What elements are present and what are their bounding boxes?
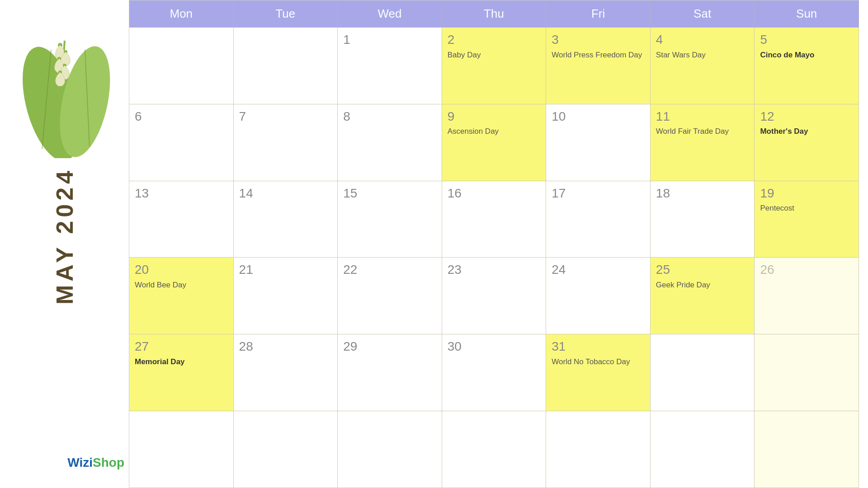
day-header-mon: Mon — [129, 0, 234, 28]
calendar-cell: 26 — [755, 258, 859, 334]
cell-number: 17 — [552, 186, 645, 201]
calendar-cell — [129, 28, 234, 104]
calendar-cell: 30 — [442, 334, 547, 411]
logo-shop: Shop — [93, 455, 124, 469]
cell-number: 25 — [656, 262, 749, 277]
calendar-area: MonTueWedThuFriSatSun12Baby Day3World Pr… — [129, 0, 868, 488]
calendar-cell — [755, 334, 859, 411]
cell-event: World No Tobacco Day — [552, 357, 645, 367]
calendar-cell — [234, 411, 338, 488]
calendar-cell: 29 — [338, 334, 442, 411]
cell-number: 23 — [448, 262, 541, 277]
calendar-cell: 28 — [234, 334, 338, 411]
calendar-cell: 12Mother's Day — [755, 104, 859, 181]
cell-number: 11 — [656, 109, 749, 124]
calendar-cell: 3World Press Freedom Day — [546, 28, 651, 104]
cell-number: 27 — [135, 339, 228, 354]
cell-number: 12 — [760, 109, 853, 124]
calendar-cell: 23 — [442, 258, 547, 334]
cell-number: 6 — [135, 109, 228, 124]
day-header-sun: Sun — [755, 0, 859, 28]
cell-number: 21 — [239, 262, 332, 277]
calendar-cell: 13 — [129, 181, 234, 258]
cell-number: 28 — [239, 339, 332, 354]
cell-number: 18 — [656, 186, 749, 201]
calendar-cell: 17 — [546, 181, 651, 258]
calendar-cell: 6 — [129, 104, 234, 181]
calendar-cell — [651, 411, 755, 488]
calendar-cell: 2Baby Day — [442, 28, 547, 104]
calendar-cell: 8 — [338, 104, 442, 181]
cell-number: 5 — [760, 32, 853, 47]
calendar-grid: MonTueWedThuFriSatSun12Baby Day3World Pr… — [129, 0, 859, 488]
day-header-tue: Tue — [234, 0, 338, 28]
calendar-cell: 15 — [338, 181, 442, 258]
flower-illustration — [15, 14, 114, 158]
cell-number: 4 — [656, 32, 749, 47]
cell-number: 16 — [448, 186, 541, 201]
month-year-label: MAY 2024 — [51, 167, 78, 305]
calendar-cell: 16 — [442, 181, 547, 258]
cell-number: 24 — [552, 262, 645, 277]
day-header-fri: Fri — [546, 0, 651, 28]
calendar-cell: 25Geek Pride Day — [651, 258, 755, 334]
cell-number: 30 — [448, 339, 541, 354]
calendar-cell: 31World No Tobacco Day — [546, 334, 651, 411]
calendar-cell: 21 — [234, 258, 338, 334]
calendar-cell: 19Pentecost — [755, 181, 859, 258]
cell-number: 13 — [135, 186, 228, 201]
calendar-cell: 24 — [546, 258, 651, 334]
cell-number: 22 — [343, 262, 436, 277]
calendar-cell: 20World Bee Day — [129, 258, 234, 334]
cell-event: Geek Pride Day — [656, 280, 749, 290]
cell-number: 2 — [448, 32, 541, 47]
cell-number: 3 — [552, 32, 645, 47]
cell-event: Cinco de Mayo — [760, 50, 853, 60]
calendar-cell — [755, 411, 859, 488]
calendar-cell: 5Cinco de Mayo — [755, 28, 859, 104]
cell-event: Pentecost — [760, 203, 853, 213]
calendar-cell: 11World Fair Trade Day — [651, 104, 755, 181]
cell-event: World Fair Trade Day — [656, 127, 749, 136]
calendar-cell: 14 — [234, 181, 338, 258]
calendar-cell — [338, 411, 442, 488]
cell-number: 1 — [343, 32, 436, 47]
calendar-cell: 4Star Wars Day — [651, 28, 755, 104]
cell-number: 26 — [760, 262, 853, 277]
cell-number: 14 — [239, 186, 332, 201]
cell-event: Baby Day — [448, 50, 541, 60]
cell-event: World Press Freedom Day — [552, 50, 645, 60]
calendar-cell — [546, 411, 651, 488]
cell-number: 10 — [552, 109, 645, 124]
cell-number: 31 — [552, 339, 645, 354]
cell-number: 8 — [343, 109, 436, 124]
calendar-cell: 9Ascension Day — [442, 104, 547, 181]
calendar-cell: 22 — [338, 258, 442, 334]
cell-number: 7 — [239, 109, 332, 124]
cell-number: 20 — [135, 262, 228, 277]
left-panel: MAY 2024 WiziShop — [0, 0, 129, 488]
calendar-cell — [234, 28, 338, 104]
cell-event: Star Wars Day — [656, 50, 749, 60]
calendar-cell: 27Memorial Day — [129, 334, 234, 411]
brand-logo: WiziShop — [67, 455, 124, 470]
logo-wizi: Wizi — [67, 455, 93, 469]
day-header-thu: Thu — [442, 0, 547, 28]
cell-event: Ascension Day — [448, 127, 541, 136]
calendar-cell: 18 — [651, 181, 755, 258]
cell-number: 9 — [448, 109, 541, 124]
cell-event: World Bee Day — [135, 280, 228, 290]
day-header-sat: Sat — [651, 0, 755, 28]
day-header-wed: Wed — [338, 0, 442, 28]
cell-number: 19 — [760, 186, 853, 201]
calendar-cell — [442, 411, 547, 488]
cell-event: Memorial Day — [135, 357, 228, 367]
cell-number: 29 — [343, 339, 436, 354]
calendar-cell — [651, 334, 755, 411]
cell-event: Mother's Day — [760, 127, 853, 136]
calendar-cell — [129, 411, 234, 488]
cell-number: 15 — [343, 186, 436, 201]
calendar-cell: 1 — [338, 28, 442, 104]
calendar-cell: 7 — [234, 104, 338, 181]
calendar-cell: 10 — [546, 104, 651, 181]
